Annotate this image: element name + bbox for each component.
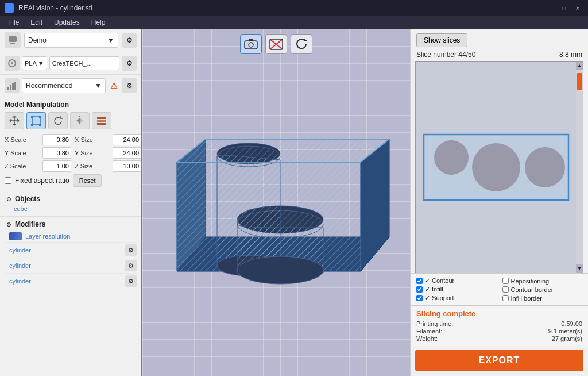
quality-dropdown[interactable]: Recommended ▼ xyxy=(22,78,106,93)
mirror-tool-button[interactable] xyxy=(70,112,90,129)
scale-tool-button[interactable] xyxy=(26,112,46,129)
svg-rect-8 xyxy=(32,117,40,125)
material-icon xyxy=(5,56,20,71)
contour-checkbox[interactable] xyxy=(416,278,423,284)
fixed-aspect-row: Fixed aspect ratio Reset xyxy=(5,174,137,187)
filament-label: Filament: xyxy=(416,328,442,335)
profile-dropdown[interactable]: Demo ▼ xyxy=(24,33,118,48)
infill-option: ✓ Infill xyxy=(416,286,497,293)
slice-mm: 8.8 mm xyxy=(559,51,582,59)
z-size-input[interactable] xyxy=(113,160,141,172)
support-checkbox[interactable] xyxy=(416,295,423,301)
modifiers-collapse[interactable]: ⊙ xyxy=(5,220,13,228)
slice-preview: ▲ ▼ xyxy=(415,61,583,273)
svg-rect-5 xyxy=(10,85,11,90)
cyl2-gear[interactable]: ⚙ xyxy=(125,260,137,271)
material-settings-button[interactable]: ⚙ xyxy=(122,56,137,71)
z-scale-label: Z Scale xyxy=(5,163,39,170)
cyl1-gear[interactable]: ⚙ xyxy=(125,244,137,256)
close-button[interactable]: ✕ xyxy=(572,3,583,13)
sidebar: Demo ▼ ⚙ PLA ▼ CreaTECH_... ⚙ xyxy=(0,29,142,376)
repositioning-label: Repositioning xyxy=(511,278,550,285)
support-option: ✓ Support xyxy=(416,294,497,302)
scale-grid: X Scale X Size Y Scale Y Size Z Scale Z … xyxy=(5,134,137,172)
right-panel: Show slices Slice number 44/50 8.8 mm xyxy=(410,29,588,376)
menu-help[interactable]: Help xyxy=(86,17,111,28)
maximize-button[interactable]: □ xyxy=(558,3,570,13)
objects-section: ⊙ Objects cube xyxy=(0,191,141,216)
minimize-button[interactable]: — xyxy=(544,3,556,13)
cyl2-name[interactable]: cylinder xyxy=(9,262,122,269)
z-scale-input[interactable] xyxy=(42,160,71,172)
section-view-button[interactable] xyxy=(265,34,287,54)
profile-settings-button[interactable]: ⚙ xyxy=(122,33,137,48)
object-cube[interactable]: cube xyxy=(5,205,137,212)
move-tool-button[interactable] xyxy=(5,112,24,129)
svg-rect-6 xyxy=(12,83,14,90)
material-name: CreaTECH_... xyxy=(49,56,119,70)
quality-settings-button[interactable]: ⚙ xyxy=(122,78,137,93)
model-3d-view xyxy=(142,29,410,376)
scroll-down-button[interactable]: ▼ xyxy=(576,264,583,273)
cyl3-gear[interactable]: ⚙ xyxy=(125,275,137,287)
modifier-layer-label: Layer resolution xyxy=(25,233,137,240)
x-scale-input[interactable] xyxy=(42,134,71,145)
svg-rect-15 xyxy=(97,117,106,119)
svg-rect-1 xyxy=(10,43,15,44)
fixed-aspect-checkbox[interactable] xyxy=(5,177,11,184)
y-scale-label: Y Scale xyxy=(5,149,39,156)
model-manipulation-title: Model Manipulation xyxy=(5,101,137,109)
title-area: REALvision - cylinder.stl xyxy=(5,3,92,13)
menu-edit[interactable]: Edit xyxy=(25,17,48,28)
svg-point-43 xyxy=(525,147,565,187)
infill-border-checkbox[interactable] xyxy=(502,295,509,301)
objects-collapse[interactable]: ⊙ xyxy=(5,195,13,203)
weight-value: 27 gram(s) xyxy=(552,335,582,342)
y-scale-input[interactable] xyxy=(42,147,71,159)
cyl3-name[interactable]: cylinder xyxy=(9,278,122,285)
menu-updates[interactable]: Updates xyxy=(48,17,86,28)
slice-scrollbar[interactable]: ▲ ▼ xyxy=(576,62,583,273)
profile-row: Demo ▼ ⚙ xyxy=(0,29,141,52)
svg-rect-18 xyxy=(245,41,257,49)
reset-button[interactable]: Reset xyxy=(73,174,102,187)
y-size-label: Y Size xyxy=(75,149,109,156)
window-controls: — □ ✕ xyxy=(544,3,583,13)
svg-rect-4 xyxy=(7,87,9,90)
model-manipulation-section: Model Manipulation xyxy=(0,97,141,191)
svg-marker-27 xyxy=(177,139,389,162)
slice-number: Slice number 44/50 xyxy=(416,51,475,59)
x-size-label: X Size xyxy=(75,136,109,143)
fixed-aspect-label: Fixed aspect ratio xyxy=(15,177,69,185)
profile-icon xyxy=(5,32,21,48)
repositioning-checkbox[interactable] xyxy=(502,278,509,284)
infill-checkbox[interactable] xyxy=(416,286,423,293)
x-size-input[interactable] xyxy=(113,134,141,145)
printing-time-row: Printing time: 0:59:00 xyxy=(416,320,582,327)
warning-icon: ⚠ xyxy=(108,80,119,91)
rotate-tool-button[interactable] xyxy=(48,112,68,129)
mat-arrow: ▼ xyxy=(38,60,44,67)
contour-border-checkbox[interactable] xyxy=(502,286,509,293)
contour-label: ✓ Contour xyxy=(425,277,454,285)
viewport[interactable] xyxy=(142,29,410,376)
reset-view-button[interactable] xyxy=(291,34,312,54)
material-row: PLA ▼ CreaTECH_... ⚙ xyxy=(0,52,141,75)
z-size-label: Z Size xyxy=(75,163,109,170)
y-size-input[interactable] xyxy=(113,147,141,159)
slicing-complete-title: Slicing complete xyxy=(416,309,582,318)
export-button[interactable]: EXPORT xyxy=(415,350,583,371)
scroll-up-button[interactable]: ▲ xyxy=(576,62,583,70)
svg-point-34 xyxy=(237,256,323,284)
svg-rect-7 xyxy=(14,82,16,90)
scroll-thumb[interactable] xyxy=(577,73,582,90)
cyl1-name[interactable]: cylinder xyxy=(9,247,122,254)
printing-time-value: 0:59:00 xyxy=(561,320,582,327)
camera-view-button[interactable] xyxy=(240,34,262,54)
svg-rect-12 xyxy=(39,124,41,126)
slice-tool-button[interactable] xyxy=(92,112,111,129)
menu-file[interactable]: File xyxy=(2,17,25,28)
manipulation-tools xyxy=(5,112,137,129)
show-slices-button[interactable]: Show slices xyxy=(416,33,467,47)
material-type-dropdown[interactable]: PLA ▼ xyxy=(22,56,47,70)
